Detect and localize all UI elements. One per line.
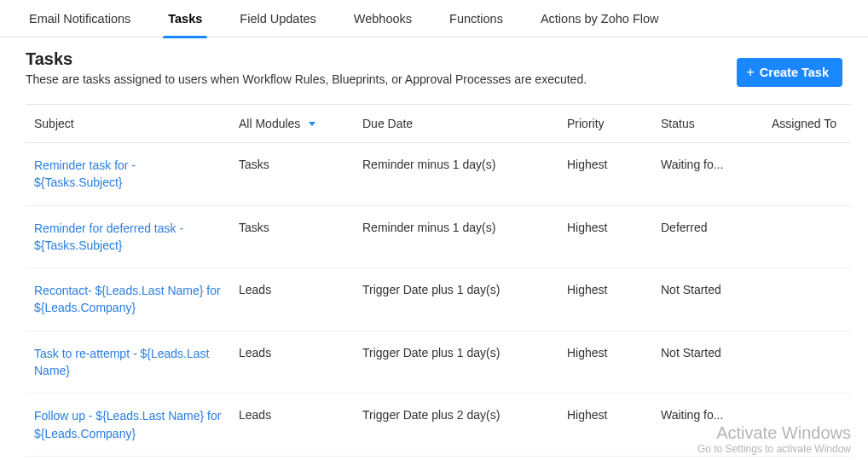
task-subject-link[interactable]: Task to re-attempt - ${Leads.Last Name} (26, 345, 239, 380)
page-description: These are tasks assigned to users when W… (26, 72, 587, 86)
table-row: Task to re-attempt - ${Leads.Last Name} … (26, 331, 851, 394)
task-subject-link[interactable]: Recontact- ${Leads.Last Name} for ${Lead… (26, 282, 239, 317)
tab-webhooks[interactable]: Webhooks (350, 0, 415, 37)
col-header-priority[interactable]: Priority (567, 117, 661, 130)
table-row: Follow up - ${Leads.Last Name} for ${Lea… (26, 393, 851, 456)
create-task-button[interactable]: + Create Task (737, 58, 842, 87)
col-header-status[interactable]: Status (661, 117, 772, 130)
col-header-subject[interactable]: Subject (26, 117, 239, 130)
plus-icon: + (747, 66, 755, 79)
task-priority: Highest (567, 157, 661, 174)
task-module: Leads (239, 407, 362, 424)
col-header-due-date[interactable]: Due Date (362, 117, 567, 130)
task-status: Deferred (661, 220, 772, 237)
task-module: Leads (239, 345, 362, 362)
task-status: Not Started (661, 282, 772, 299)
module-filter-dropdown[interactable]: All Modules (239, 117, 362, 130)
top-tabs: Email Notifications Tasks Field Updates … (0, 0, 868, 37)
table-row: Reminder task for - ${Tasks.Subject} Tas… (26, 143, 851, 205)
task-module: Tasks (239, 157, 362, 174)
col-header-assigned-to[interactable]: Assigned To (772, 117, 848, 130)
table-row: Contact Email Clicked Lead ${Leads.Compa… (26, 456, 851, 460)
task-priority: Highest (567, 407, 661, 424)
task-due-date: Reminder minus 1 day(s) (362, 220, 567, 237)
task-status: Not Started (661, 345, 772, 362)
table-row: Reminder for deferred task - ${Tasks.Sub… (26, 205, 851, 268)
task-subject-link[interactable]: Reminder task for - ${Tasks.Subject} (26, 157, 239, 192)
tab-functions[interactable]: Functions (446, 0, 506, 37)
table-header: Subject All Modules Due Date Priority St… (26, 104, 851, 143)
task-priority: Highest (567, 345, 661, 362)
task-priority: Highest (567, 220, 661, 237)
table-row: Recontact- ${Leads.Last Name} for ${Lead… (26, 267, 851, 331)
task-subject-link[interactable]: Reminder for deferred task - ${Tasks.Sub… (26, 220, 239, 255)
task-priority: Highest (567, 282, 661, 299)
page-title: Tasks (26, 49, 587, 69)
tasks-table: Subject All Modules Due Date Priority St… (0, 92, 868, 460)
tab-field-updates[interactable]: Field Updates (236, 0, 319, 37)
task-status: Waiting fo... (661, 157, 772, 174)
module-filter-label: All Modules (239, 117, 300, 130)
task-due-date: Trigger Date plus 2 day(s) (362, 407, 567, 424)
task-module: Leads (239, 282, 362, 299)
create-task-label: Create Task (760, 66, 829, 79)
task-due-date: Trigger Date plus 1 day(s) (362, 282, 567, 299)
task-due-date: Trigger Date plus 1 day(s) (362, 345, 567, 362)
task-module: Tasks (239, 220, 362, 237)
task-subject-link[interactable]: Follow up - ${Leads.Last Name} for ${Lea… (26, 407, 239, 442)
task-due-date: Reminder minus 1 day(s) (362, 157, 567, 174)
tab-actions-by-zoho-flow[interactable]: Actions by Zoho Flow (537, 0, 663, 37)
task-status: Waiting fo... (661, 407, 772, 424)
page-header: Tasks These are tasks assigned to users … (0, 37, 868, 92)
tab-email-notifications[interactable]: Email Notifications (26, 0, 134, 37)
chevron-down-icon (309, 122, 315, 126)
table-body: Reminder task for - ${Tasks.Subject} Tas… (26, 143, 851, 460)
tab-tasks[interactable]: Tasks (165, 0, 205, 37)
